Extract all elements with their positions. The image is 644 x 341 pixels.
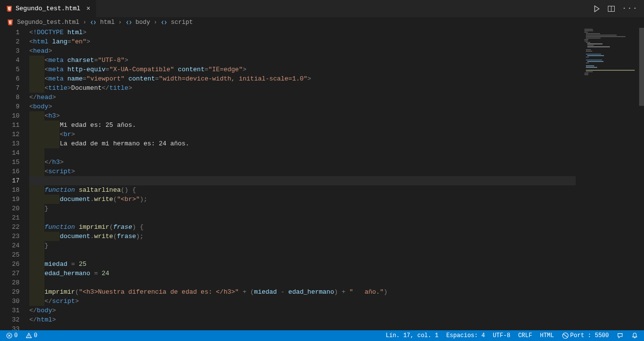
run-icon[interactable] [593, 5, 601, 13]
html-file-icon [7, 19, 14, 26]
element-icon [90, 19, 97, 26]
tab-bar: Segundo_test.html × ··· [0, 0, 644, 17]
code-content[interactable]: <!DOCTYPE html><html lang="en"><head> <m… [29, 28, 644, 330]
minimap[interactable] [584, 29, 638, 330]
tab-filename: Segundo_test.html [16, 5, 81, 12]
live-server-port[interactable]: Port : 5500 [560, 332, 611, 339]
split-editor-icon[interactable] [607, 5, 615, 13]
eol[interactable]: CRLF [516, 332, 534, 339]
editor[interactable]: 1234567891011121314151617181920212223242… [0, 28, 644, 330]
errors-item[interactable]: 0 [4, 332, 20, 339]
editor-actions: ··· [593, 4, 644, 13]
warnings-item[interactable]: 0 [23, 332, 39, 339]
encoding[interactable]: UTF-8 [491, 332, 512, 339]
scrollbar[interactable] [639, 28, 644, 330]
tab-active[interactable]: Segundo_test.html × [0, 0, 97, 17]
indent-setting[interactable]: Espacios: 4 [444, 332, 487, 339]
bell-icon[interactable] [629, 332, 640, 339]
error-icon [6, 332, 13, 339]
breadcrumb-file[interactable]: Segundo_test.html [17, 19, 80, 26]
svg-line-6 [563, 334, 567, 338]
html-file-icon [6, 5, 13, 12]
element-icon [161, 19, 167, 26]
breadcrumb-html[interactable]: html [100, 19, 115, 26]
language-mode[interactable]: HTML [538, 332, 556, 339]
element-icon [125, 19, 132, 26]
more-icon[interactable]: ··· [622, 4, 638, 13]
tabs-container: Segundo_test.html × [0, 0, 97, 17]
breadcrumb-body[interactable]: body [136, 19, 150, 26]
scrollbar-thumb[interactable] [639, 28, 644, 106]
status-bar: 0 0 Lín. 17, col. 1 Espacios: 4 UTF-8 CR… [0, 330, 644, 341]
chevron-right-icon: › [154, 19, 158, 26]
feedback-icon[interactable] [615, 332, 625, 339]
broadcast-icon [562, 332, 569, 339]
chevron-right-icon: › [118, 19, 122, 26]
cursor-position[interactable]: Lín. 17, col. 1 [384, 332, 440, 339]
warning-icon [25, 332, 32, 339]
chevron-right-icon: › [83, 19, 87, 26]
breadcrumb-script[interactable]: script [171, 19, 193, 26]
close-icon[interactable]: × [86, 5, 90, 13]
svg-point-4 [29, 337, 29, 337]
breadcrumb[interactable]: Segundo_test.html › html › body › script [0, 17, 644, 28]
line-number-gutter: 1234567891011121314151617181920212223242… [0, 28, 29, 330]
